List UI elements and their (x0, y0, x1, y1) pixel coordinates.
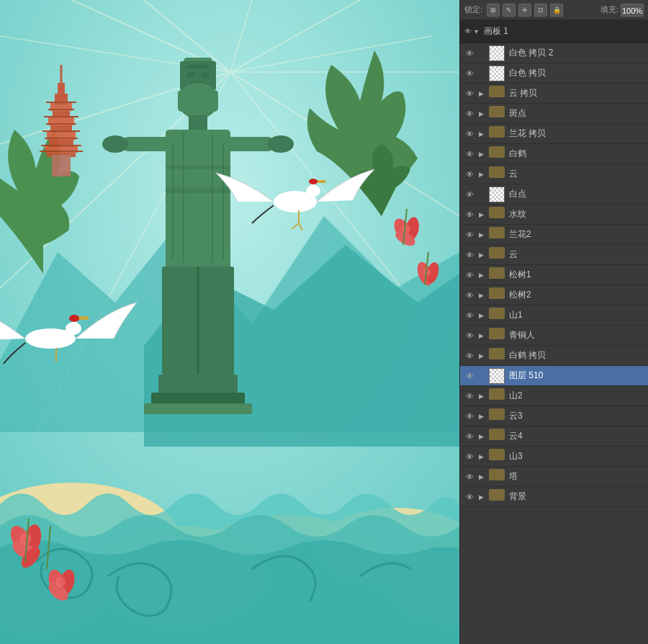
layer-row[interactable]: 👁▶兰花2 (460, 225, 648, 245)
layer-row[interactable]: 👁▶青铜人 (460, 326, 648, 346)
svg-point-98 (69, 315, 79, 322)
layer-row[interactable]: 👁▶塔 (460, 467, 648, 487)
layer-row[interactable]: 👁▶云4 (460, 426, 648, 447)
layer-thumbnail (489, 45, 505, 61)
layer-eye-toggle[interactable]: 👁 (463, 148, 476, 161)
layer-eye-toggle[interactable]: 👁 (463, 370, 476, 383)
layer-row[interactable]: 👁白色 拷贝 (460, 63, 648, 84)
svg-rect-65 (202, 72, 209, 78)
layer-eye-toggle[interactable]: 👁 (463, 47, 476, 60)
expand-canvas[interactable]: ▾ (474, 27, 478, 35)
layer-expand-arrow[interactable]: ▶ (476, 230, 486, 240)
layer-eye-toggle[interactable]: 👁 (463, 390, 476, 403)
layer-row[interactable]: 👁图层 510 (460, 366, 648, 386)
layer-name: 图层 510 (508, 370, 645, 382)
folder-icon (489, 469, 505, 480)
layer-expand-arrow[interactable]: ▶ (476, 169, 486, 179)
layer-expand-arrow[interactable]: ▶ (476, 109, 486, 119)
layer-expand-arrow[interactable]: ▶ (476, 492, 486, 502)
layer-eye-toggle[interactable]: 👁 (463, 491, 476, 504)
layer-eye-toggle[interactable]: 👁 (463, 107, 476, 120)
layer-expand-arrow[interactable]: ▶ (476, 331, 486, 341)
layer-eye-toggle[interactable]: 👁 (463, 289, 476, 302)
layer-eye-toggle[interactable]: 👁 (463, 430, 476, 443)
layer-eye-toggle[interactable]: 👁 (463, 450, 476, 463)
layer-thumbnail (489, 348, 505, 364)
layer-thumbnail (489, 247, 505, 263)
fill-label: 填充: (600, 4, 618, 15)
folder-icon (489, 489, 505, 501)
layer-expand-arrow[interactable]: ▶ (476, 89, 486, 99)
svg-point-74 (268, 135, 294, 153)
svg-point-73 (102, 135, 128, 153)
layer-row[interactable]: 👁▶松树2 (460, 285, 648, 305)
layer-eye-toggle[interactable]: 👁 (463, 168, 476, 181)
layer-expand-arrow[interactable]: ▶ (476, 270, 486, 280)
layer-row[interactable]: 👁▶斑点 (460, 104, 648, 124)
layer-row[interactable]: 👁▶松树1 (460, 265, 648, 285)
layer-row[interactable]: 👁▶白鹤 拷贝 (460, 346, 648, 366)
folder-icon (489, 328, 505, 339)
layer-expand-arrow[interactable]: ▶ (476, 472, 486, 482)
lock-position-icon[interactable]: ✛ (518, 4, 531, 17)
layer-expand-arrow[interactable]: ▶ (476, 431, 486, 442)
layer-row[interactable]: 👁▶山1 (460, 305, 648, 326)
layer-eye-toggle[interactable]: 👁 (463, 249, 476, 261)
layers-panel-container: 锁定: ⊞ ✎ ✛ ⊡ 🔒 填充: 100% 👁 ▾ 画板 1 👁白色 拷贝 2… (459, 0, 648, 644)
layer-row[interactable]: 👁▶山2 (460, 386, 648, 406)
lock-artboard-icon[interactable]: ⊡ (534, 4, 547, 17)
folder-icon (489, 166, 505, 178)
layer-row[interactable]: 👁▶水纹 (460, 205, 648, 225)
layer-expand-arrow[interactable]: ▶ (476, 290, 486, 300)
layer-eye-toggle[interactable]: 👁 (463, 349, 476, 362)
layer-eye-toggle[interactable]: 👁 (463, 128, 476, 140)
layer-row[interactable]: 👁▶云 (460, 164, 648, 184)
layer-row[interactable]: 👁▶云 (460, 245, 648, 265)
svg-rect-69 (189, 115, 207, 130)
layer-name: 白鹤 (508, 148, 645, 160)
fill-area: 填充: 100% (600, 4, 644, 17)
layer-thumbnail (489, 308, 505, 323)
layer-thumbnail (489, 126, 505, 142)
layer-row[interactable]: 👁▶白鹤 (460, 144, 648, 164)
layer-row[interactable]: 👁白点 (460, 184, 648, 205)
lock-all-icon[interactable]: 🔒 (550, 4, 563, 17)
folder-icon (489, 227, 505, 238)
lock-grid-icon[interactable]: ⊞ (487, 4, 500, 17)
layer-expand-arrow[interactable]: ▶ (476, 129, 486, 139)
layer-row[interactable]: 👁▶云 拷贝 (460, 84, 648, 104)
layer-eye-toggle[interactable]: 👁 (463, 228, 476, 241)
layer-expand-arrow[interactable]: ▶ (476, 391, 486, 401)
lock-pixel-icon[interactable]: ✎ (503, 4, 516, 17)
layer-expand-arrow[interactable]: ▶ (476, 149, 486, 159)
layer-row[interactable]: 👁▶山3 (460, 447, 648, 467)
layer-row[interactable]: 👁▶兰花 拷贝 (460, 124, 648, 144)
layer-eye-toggle[interactable]: 👁 (463, 410, 476, 423)
layer-row[interactable]: 👁白色 拷贝 2 (460, 43, 648, 63)
layer-name: 山1 (508, 309, 645, 321)
layer-row[interactable]: 👁▶背景 (460, 487, 648, 507)
layer-row[interactable]: 👁▶云3 (460, 406, 648, 426)
layer-eye-toggle[interactable]: 👁 (463, 188, 476, 201)
layer-name: 云4 (508, 430, 645, 442)
layer-eye-toggle[interactable]: 👁 (463, 269, 476, 282)
layer-thumbnail (489, 368, 505, 384)
layer-thumbnail (489, 187, 505, 202)
layer-expand-arrow[interactable]: ▶ (476, 310, 486, 321)
layer-name: 松树2 (508, 289, 645, 301)
layer-expand-arrow[interactable]: ▶ (476, 210, 486, 220)
eye-canvas[interactable]: 👁 (464, 27, 472, 35)
layer-eye-toggle[interactable]: 👁 (463, 329, 476, 342)
layer-expand-arrow[interactable]: ▶ (476, 411, 486, 421)
layer-eye-toggle[interactable]: 👁 (463, 309, 476, 322)
layer-name: 白色 拷贝 (508, 67, 645, 79)
layer-eye-toggle[interactable]: 👁 (463, 208, 476, 221)
layer-expand-arrow[interactable]: ▶ (476, 351, 486, 361)
fill-value[interactable]: 100% (621, 4, 644, 17)
layer-eye-toggle[interactable]: 👁 (463, 67, 476, 80)
layer-eye-toggle[interactable]: 👁 (463, 470, 476, 483)
layer-expand-arrow[interactable]: ▶ (476, 250, 486, 260)
layer-eye-toggle[interactable]: 👁 (463, 87, 476, 100)
layer-expand-arrow[interactable]: ▶ (476, 452, 486, 462)
svg-rect-71 (122, 137, 173, 151)
